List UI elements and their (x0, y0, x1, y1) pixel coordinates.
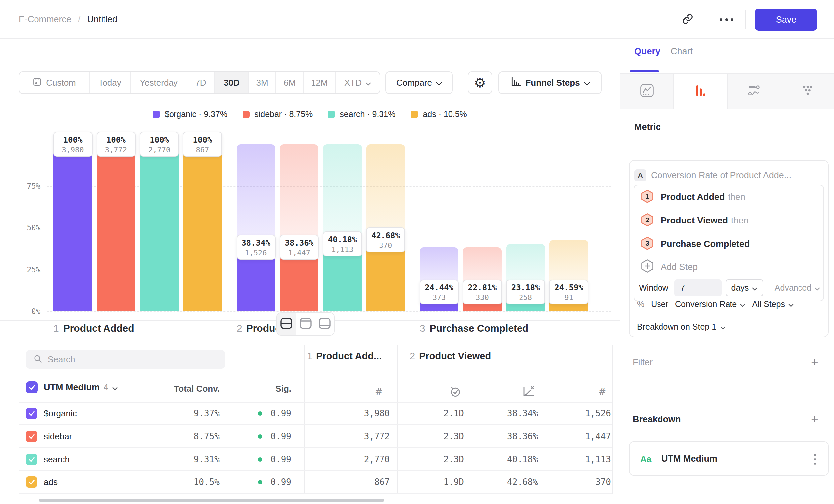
bar[interactable] (183, 144, 222, 311)
table-row: ads10.5%0.998671.9D42.68%370 (0, 471, 620, 494)
row-label: search (44, 454, 70, 464)
add-breakdown-button[interactable]: + (808, 412, 821, 426)
more-menu-button[interactable] (716, 10, 737, 28)
bar-value-label: 100%3,980 (53, 132, 92, 157)
bar-pct: 38.34% (241, 238, 272, 248)
hash-icon[interactable]: # (599, 385, 606, 398)
row-cell: 40.18% (465, 454, 538, 464)
save-button[interactable]: Save (755, 8, 817, 30)
bar-value-label: 23.18%258 (506, 279, 545, 304)
view-table-only-button[interactable] (315, 313, 334, 335)
tab-query[interactable]: Query (634, 46, 660, 57)
horizontal-scrollbar[interactable] (39, 499, 384, 502)
bar-pct: 38.36% (284, 238, 315, 248)
bar-count: 373 (424, 293, 455, 302)
bar[interactable] (140, 144, 179, 311)
step2-label: Product Viewed (419, 351, 491, 362)
chevron-down-icon (112, 382, 118, 393)
tab-flow-chart[interactable] (727, 74, 781, 109)
funnel-step-row[interactable]: 1Product Addedthen (641, 189, 745, 205)
steps-scope-select[interactable]: All Steps (752, 299, 793, 309)
view-split-button[interactable] (277, 313, 296, 335)
row-cell: 38.36% (465, 431, 538, 441)
metric-type-select[interactable]: Conversion Rate (675, 299, 745, 309)
save-button-label: Save (776, 15, 796, 25)
breakdown-on-label: Breakdown on Step 1 (637, 322, 716, 331)
hash-icon[interactable]: # (375, 385, 382, 398)
bar-pct: 40.18% (327, 234, 358, 245)
table-row: $organic9.37%0.993,9802.1D38.34%1,526 (0, 402, 620, 425)
ellipsis-icon (720, 18, 722, 21)
svg-text:3: 3 (645, 240, 649, 247)
breakdown-item-card[interactable]: Aa UTM Medium (629, 441, 829, 476)
step-number: 1 (53, 323, 59, 334)
table-row: search9.31%0.992,7702.3D40.18%1,113 (0, 448, 620, 471)
sig-header[interactable]: Sig. (232, 383, 291, 394)
share-link-button[interactable] (679, 10, 697, 28)
table-step2-header[interactable]: 2 Product Viewed (410, 351, 491, 362)
measured-user[interactable]: User (651, 299, 668, 309)
search-icon (33, 354, 42, 365)
window-unit-select[interactable]: days (726, 279, 763, 296)
funnel-step-row[interactable]: 2Product Viewedthen (641, 212, 749, 228)
y-axis-tick: 75% (12, 182, 41, 190)
tab-funnel-chart[interactable] (674, 74, 728, 109)
row-checkbox[interactable] (26, 477, 37, 488)
funnel-step-then: then (728, 192, 746, 202)
chevron-down-icon (720, 322, 726, 331)
svg-text:1: 1 (645, 193, 649, 200)
bar-count: 867 (187, 145, 218, 154)
conv-over-time-icon[interactable] (522, 385, 535, 399)
group-column-header[interactable]: UTM Medium 4 (44, 381, 118, 394)
bar-value-label: 42.68%370 (366, 227, 405, 252)
row-cell: 3,980 (317, 409, 390, 418)
conversion-window-row: Window days Advanced (639, 279, 820, 297)
row-significance: 0.99 (265, 409, 291, 418)
funnel-step-row[interactable]: 3Purchase Completed (641, 236, 753, 252)
breakdown-section-label: Breakdown (633, 414, 681, 425)
group-count: 4 (104, 382, 108, 393)
bar-pct: 22.81% (467, 282, 498, 293)
step-number: 3 (420, 323, 425, 334)
tab-line-chart[interactable] (620, 74, 674, 109)
metric-title[interactable]: Conversion Rate of Product Adde... (651, 170, 791, 181)
total-conv-header[interactable]: Total Conv. (139, 383, 220, 394)
row-checkbox[interactable] (26, 408, 37, 419)
search-input[interactable] (48, 354, 214, 365)
row-checkbox[interactable] (26, 454, 37, 465)
view-chart-only-button[interactable] (296, 313, 315, 335)
kebab-menu-button[interactable] (813, 452, 817, 466)
add-filter-button[interactable]: + (808, 356, 821, 369)
chevron-down-icon (815, 283, 820, 293)
row-label: ads (44, 477, 58, 487)
flow-icon (746, 83, 762, 99)
dots-grid-icon (800, 83, 815, 99)
tab-cohort-chart[interactable] (781, 74, 834, 109)
window-unit-label: days (731, 283, 749, 293)
advanced-toggle[interactable]: Advanced (775, 283, 820, 293)
funnel-step-name: Purchase Completed (661, 239, 750, 249)
bottom-pane-icon (318, 317, 331, 331)
breakdown-on-select[interactable]: Breakdown on Step 1 (637, 320, 726, 333)
avg-time-icon[interactable] (449, 385, 462, 399)
row-label: $organic (44, 409, 77, 419)
metric-card: A Conversion Rate of Product Adde... 1Pr… (629, 160, 829, 337)
row-checkbox[interactable] (26, 431, 37, 442)
chart-type-tabs (620, 74, 834, 109)
gridline (47, 311, 611, 312)
add-step-button[interactable]: Add Step (641, 259, 698, 275)
y-axis-tick: 25% (12, 265, 41, 274)
bar-count: 91 (553, 293, 584, 302)
window-value-input[interactable] (675, 279, 722, 296)
bar[interactable] (96, 144, 135, 311)
select-all-checkbox[interactable] (26, 381, 38, 393)
app-root: E-Commerce / Untitled Save CustomTodayYe… (0, 0, 834, 504)
bar[interactable] (53, 144, 92, 311)
table-step1-header[interactable]: 1 Product Add... (307, 351, 381, 362)
step-hexagon-icon: 3 (641, 236, 654, 252)
tab-chart[interactable]: Chart (671, 46, 693, 57)
funnel-step-name: Product Added (661, 192, 725, 202)
row-border (19, 493, 612, 494)
row-significance: 0.99 (265, 477, 291, 487)
bar-value-label: 100%2,770 (140, 132, 179, 157)
